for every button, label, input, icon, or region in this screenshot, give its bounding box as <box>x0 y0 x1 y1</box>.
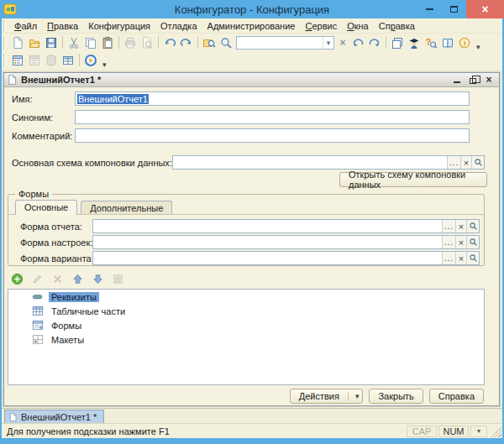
menu-service[interactable]: Сервис <box>300 20 342 32</box>
syntax-check-icon[interactable] <box>406 35 423 50</box>
window-tab-external-report[interactable]: ВнешнийОтчет1 * <box>4 410 104 423</box>
redo-icon[interactable] <box>178 35 195 50</box>
toolbar-separator <box>158 36 159 49</box>
tab-main-forms[interactable]: Основные <box>15 200 77 215</box>
help-search-icon[interactable]: ? <box>423 35 439 50</box>
selected-text: ВнешнийОтчет1 <box>77 94 149 104</box>
syntax-nav-back-icon[interactable] <box>349 35 366 50</box>
dcs-input[interactable] <box>173 156 447 169</box>
undo-icon[interactable] <box>161 35 178 50</box>
toolbar-overflow-icon[interactable]: ▾ <box>473 43 484 51</box>
configuration-icon[interactable] <box>9 53 26 68</box>
variant-form-choose-button[interactable]: ... <box>442 252 455 264</box>
clear-search-icon[interactable]: × <box>336 37 349 49</box>
start-debugging-icon[interactable] <box>82 53 99 68</box>
print-preview-icon[interactable] <box>139 35 155 50</box>
statusbar-dropdown-button[interactable]: ▾ <box>470 426 487 437</box>
info-icon[interactable]: i <box>456 35 473 50</box>
save-icon[interactable] <box>43 35 60 50</box>
close-dialog-button[interactable]: Закрыть <box>369 389 423 404</box>
menu-administration[interactable]: Администрирование <box>202 20 301 32</box>
report-form-choose-button[interactable]: ... <box>442 220 455 232</box>
report-form-input[interactable] <box>93 220 442 232</box>
procedure-search-input[interactable] <box>237 37 323 49</box>
variant-form-clear-button[interactable]: × <box>455 252 466 264</box>
menu-edit[interactable]: Правка <box>42 20 83 32</box>
help-button[interactable]: Справка <box>429 389 484 404</box>
tree-item-forms[interactable]: Формы <box>8 318 484 332</box>
toolbar-overflow-icon[interactable]: ▾ <box>99 60 110 69</box>
variant-form-open-icon[interactable] <box>466 252 479 264</box>
database-icon[interactable] <box>43 53 60 68</box>
open-windows-bar: ВнешнийОтчет1 * <box>2 408 502 423</box>
window-tab-label: ВнешнийОтчет1 * <box>21 412 97 422</box>
close-button[interactable]: × <box>466 0 504 18</box>
toolbar-grip[interactable] <box>3 37 6 49</box>
num-lock-indicator: NUM <box>438 426 469 437</box>
window-titlebar[interactable]: Конфигуратор - Конфигурация × <box>0 0 504 18</box>
minimize-button[interactable] <box>417 0 442 18</box>
windows-icon[interactable] <box>389 35 406 50</box>
find-icon[interactable] <box>218 35 234 50</box>
paste-icon[interactable] <box>99 35 116 50</box>
actions-button[interactable]: Действия ▾ <box>290 389 364 404</box>
menu-help[interactable]: Справка <box>374 20 420 32</box>
dcs-choose-button[interactable]: ... <box>447 156 460 169</box>
tree-item-attributes[interactable]: Реквизиты <box>8 290 484 304</box>
dcs-label: Основная схема компоновки данных: <box>12 158 172 168</box>
move-up-icon[interactable] <box>71 271 84 286</box>
mdi-area: ВнешнийОтчет1 * × Имя: ВнешнийОтчет1 Син… <box>2 69 502 408</box>
chevron-down-icon[interactable]: ▾ <box>323 37 333 49</box>
configuration-store-icon[interactable] <box>26 53 43 68</box>
add-icon[interactable] <box>10 271 24 286</box>
variant-form-input[interactable] <box>93 252 442 264</box>
menu-debug[interactable]: Отладка <box>155 20 202 32</box>
cut-icon[interactable] <box>66 35 82 50</box>
child-minimize-button[interactable] <box>452 75 462 85</box>
tree-item-templates[interactable]: Макеты <box>8 332 484 347</box>
global-search-icon[interactable] <box>201 35 218 50</box>
comment-input[interactable] <box>76 129 469 142</box>
delete-icon[interactable] <box>50 271 64 286</box>
settings-form-open-icon[interactable] <box>466 236 479 248</box>
dcs-open-icon[interactable] <box>471 156 484 169</box>
form-icon <box>32 320 44 331</box>
menu-configuration[interactable]: Конфигурация <box>83 20 155 32</box>
toolbar-grip[interactable] <box>3 20 6 32</box>
menu-file[interactable]: Файл <box>9 20 42 32</box>
resize-grip[interactable] <box>491 426 501 437</box>
report-form-clear-button[interactable]: × <box>455 220 466 232</box>
chevron-down-icon: ▾ <box>348 392 360 400</box>
synonym-input[interactable] <box>76 111 469 123</box>
menu-windows[interactable]: Окна <box>342 20 374 32</box>
tabs-divider <box>8 214 484 215</box>
syntax-help-icon[interactable] <box>439 35 456 50</box>
configurator-window: Конфигуратор - Конфигурация × Файл Правк… <box>0 0 504 444</box>
child-restore-button[interactable] <box>468 75 478 85</box>
open-dcs-button[interactable]: Открыть схему компоновки данных <box>339 172 487 187</box>
maximize-button[interactable] <box>442 0 466 18</box>
dcs-clear-button[interactable]: × <box>460 156 471 169</box>
move-down-icon[interactable] <box>91 271 104 286</box>
tree-item-tabular-sections[interactable]: Табличные части <box>8 304 484 318</box>
child-close-button[interactable]: × <box>484 75 494 85</box>
toolbar-grip[interactable] <box>3 55 6 66</box>
syntax-nav-forward-icon[interactable] <box>366 35 383 50</box>
procedure-search-combobox[interactable]: ▾ <box>236 36 334 50</box>
table-control-icon[interactable] <box>60 53 76 68</box>
child-window-titlebar[interactable]: ВнешнийОтчет1 * × <box>4 73 499 87</box>
open-icon[interactable] <box>26 35 43 50</box>
print-icon[interactable] <box>122 35 139 50</box>
edit-icon[interactable] <box>30 271 44 286</box>
report-form-open-icon[interactable] <box>466 220 479 232</box>
settings-form-clear-button[interactable]: × <box>455 236 466 248</box>
settings-form-input[interactable] <box>93 236 442 248</box>
caps-lock-indicator: CAP <box>407 426 437 437</box>
copy-icon[interactable] <box>82 35 99 50</box>
name-input[interactable]: ВнешнийОтчет1 <box>75 91 470 106</box>
settings-form-choose-button[interactable]: ... <box>442 236 455 248</box>
tab-additional-forms[interactable]: Дополнительные <box>81 201 172 215</box>
dcs-field: ... × <box>172 155 485 170</box>
sort-icon[interactable] <box>111 271 124 286</box>
new-document-icon[interactable] <box>9 35 26 50</box>
